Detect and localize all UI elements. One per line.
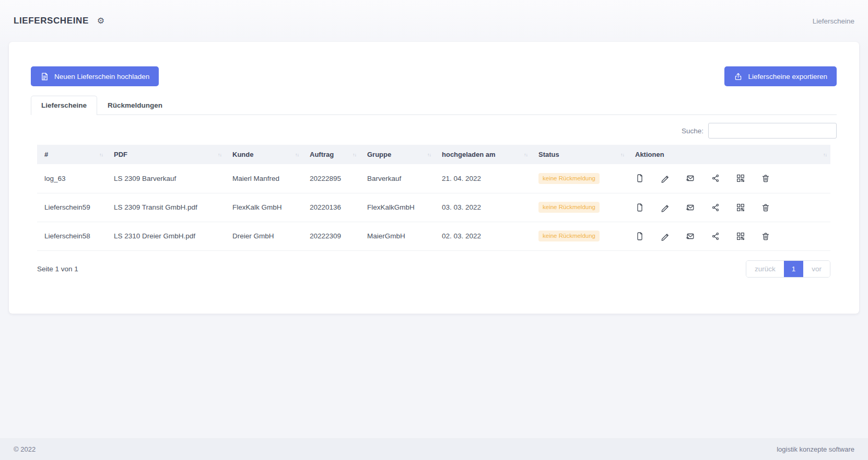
- pagination-page-1-button[interactable]: 1: [784, 261, 804, 277]
- search-label: Suche:: [682, 127, 703, 135]
- cell-kunde: FlexKalk GmbH: [225, 193, 302, 222]
- sort-icon: ↑↓: [524, 152, 527, 157]
- edit-icon[interactable]: [660, 174, 670, 183]
- table-row: log_63 LS 2309 Barverkauf Maierl Manfred…: [37, 164, 830, 193]
- cell-aktionen: [628, 193, 830, 222]
- share-icon[interactable]: [711, 174, 720, 183]
- cell-status: keine Rückmeldung: [531, 222, 628, 250]
- cell-gruppe: Barverkauf: [360, 164, 435, 193]
- cell-hochgeladen-am: 21. 04. 2022: [435, 164, 531, 193]
- cell-gruppe: MaierGmbH: [360, 222, 435, 250]
- cell-auftrag: 20222309: [302, 222, 360, 250]
- cell-hochgeladen-am: 02. 03. 2022: [435, 222, 531, 250]
- status-badge: keine Rückmeldung: [538, 231, 600, 242]
- export-delivery-notes-button[interactable]: Lieferscheine exportieren: [724, 66, 837, 86]
- cell-auftrag: 20222895: [302, 164, 360, 193]
- sort-icon: ↑↓: [99, 152, 103, 157]
- edit-icon[interactable]: [660, 203, 670, 212]
- send-mail-icon[interactable]: [685, 232, 695, 241]
- send-mail-icon[interactable]: [685, 203, 695, 212]
- tab-rueckmeldungen[interactable]: Rückmeldungen: [97, 96, 173, 115]
- cell-aktionen: [628, 222, 830, 250]
- sort-icon: ↑↓: [353, 152, 356, 157]
- table-row: Lieferschein59 LS 2309 Transit GmbH.pdf …: [37, 193, 830, 222]
- column-header-kunde[interactable]: Kunde↑↓: [225, 145, 302, 164]
- cell-gruppe: FlexKalkGmbH: [360, 193, 435, 222]
- cell-kunde: Maierl Manfred: [225, 164, 302, 193]
- upload-delivery-note-button[interactable]: Neuen Lieferschein hochladen: [31, 66, 159, 86]
- column-header-status[interactable]: Status↑↓: [531, 145, 628, 164]
- cell-pdf: LS 2309 Transit GmbH.pdf: [107, 193, 225, 222]
- page-title: LIEFERSCHEINE: [14, 16, 89, 26]
- cell-id: log_63: [37, 164, 107, 193]
- page-info: Seite 1 von 1: [37, 265, 78, 273]
- column-header-hochgeladen-am[interactable]: hochgeladen am↑↓: [435, 145, 531, 164]
- tab-bar: Lieferscheine Rückmeldungen: [31, 95, 837, 115]
- table-header-row: #↑↓ PDF↑↓ Kunde↑↓ Auftrag↑↓ Gruppe↑↓ hoc…: [37, 145, 830, 164]
- send-mail-icon[interactable]: [685, 174, 695, 183]
- cell-pdf: LS 2310 Dreier GmbH.pdf: [107, 222, 225, 250]
- cell-pdf: LS 2309 Barverkauf: [107, 164, 225, 193]
- column-header-id[interactable]: #↑↓: [37, 145, 107, 164]
- column-header-pdf[interactable]: PDF↑↓: [107, 145, 225, 164]
- status-badge: keine Rückmeldung: [538, 173, 600, 184]
- sort-icon: ↑↓: [218, 152, 221, 157]
- document-icon[interactable]: [635, 232, 644, 241]
- sort-icon: ↑↓: [295, 152, 299, 157]
- cell-id: Lieferschein58: [37, 222, 107, 250]
- pagination-next-button[interactable]: vor: [803, 261, 830, 277]
- document-icon[interactable]: [635, 174, 644, 183]
- brand-text: logistik konzepte software: [777, 445, 854, 453]
- gear-icon[interactable]: ⚙: [97, 17, 104, 25]
- sort-icon: ↑↓: [620, 152, 624, 157]
- column-header-auftrag[interactable]: Auftrag↑↓: [302, 145, 360, 164]
- delete-icon[interactable]: [761, 232, 770, 241]
- edit-icon[interactable]: [660, 232, 670, 241]
- pagination: zurück 1 vor: [746, 260, 830, 278]
- upload-document-icon: [40, 72, 49, 81]
- qrcode-icon[interactable]: [736, 174, 745, 183]
- cell-status: keine Rückmeldung: [531, 164, 628, 193]
- search-input[interactable]: [708, 123, 837, 139]
- document-icon[interactable]: [635, 203, 644, 212]
- top-header: LIEFERSCHEINE ⚙ Lieferscheine: [0, 0, 868, 42]
- table-body: log_63 LS 2309 Barverkauf Maierl Manfred…: [37, 164, 830, 250]
- share-icon[interactable]: [711, 232, 720, 241]
- cell-kunde: Dreier GmbH: [225, 222, 302, 250]
- export-icon: [734, 72, 743, 81]
- content-card: Neuen Lieferschein hochladen Lieferschei…: [9, 42, 859, 314]
- delete-icon[interactable]: [761, 203, 770, 212]
- qrcode-icon[interactable]: [736, 203, 745, 212]
- qrcode-icon[interactable]: [736, 232, 745, 241]
- cell-status: keine Rückmeldung: [531, 193, 628, 222]
- page-footer: © 2022 logistik konzepte software: [0, 438, 868, 460]
- share-icon[interactable]: [711, 203, 720, 212]
- pagination-prev-button[interactable]: zurück: [746, 261, 784, 277]
- cell-auftrag: 20220136: [302, 193, 360, 222]
- cell-aktionen: [628, 164, 830, 193]
- sort-icon: ↑↓: [823, 152, 827, 157]
- status-badge: keine Rückmeldung: [538, 202, 600, 213]
- breadcrumb: Lieferscheine: [813, 17, 854, 25]
- column-header-aktionen[interactable]: Aktionen↑↓: [628, 145, 830, 164]
- delete-icon[interactable]: [761, 174, 770, 183]
- table-row: Lieferschein58 LS 2310 Dreier GmbH.pdf D…: [37, 222, 830, 250]
- delivery-notes-table: #↑↓ PDF↑↓ Kunde↑↓ Auftrag↑↓ Gruppe↑↓ hoc…: [37, 145, 830, 251]
- tab-lieferscheine[interactable]: Lieferscheine: [31, 96, 97, 115]
- copyright-text: © 2022: [14, 445, 36, 453]
- cell-hochgeladen-am: 03. 03. 2022: [435, 193, 531, 222]
- column-header-gruppe[interactable]: Gruppe↑↓: [360, 145, 435, 164]
- sort-icon: ↑↓: [427, 152, 431, 157]
- cell-id: Lieferschein59: [37, 193, 107, 222]
